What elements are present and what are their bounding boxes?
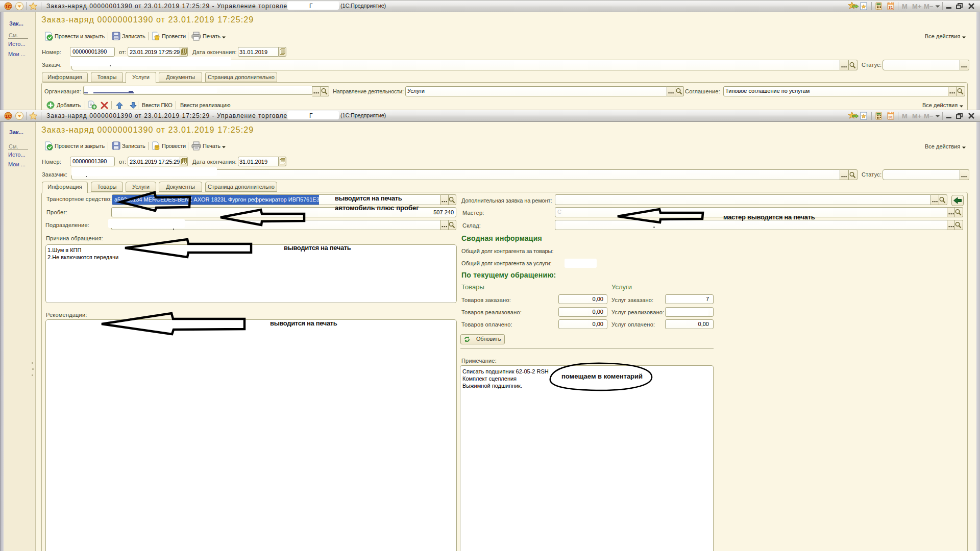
svg-text:M: M (902, 112, 908, 120)
svg-text:M: M (902, 3, 908, 10)
svg-text:31: 31 (889, 115, 893, 119)
svg-text:1С: 1С (5, 114, 11, 119)
svg-text:M−: M− (924, 3, 934, 10)
svg-text:31: 31 (889, 5, 893, 10)
svg-text:M−: M− (924, 112, 934, 120)
svg-text:M+: M+ (912, 3, 922, 10)
svg-text:M+: M+ (912, 112, 922, 120)
svg-text:1С: 1С (5, 4, 11, 9)
